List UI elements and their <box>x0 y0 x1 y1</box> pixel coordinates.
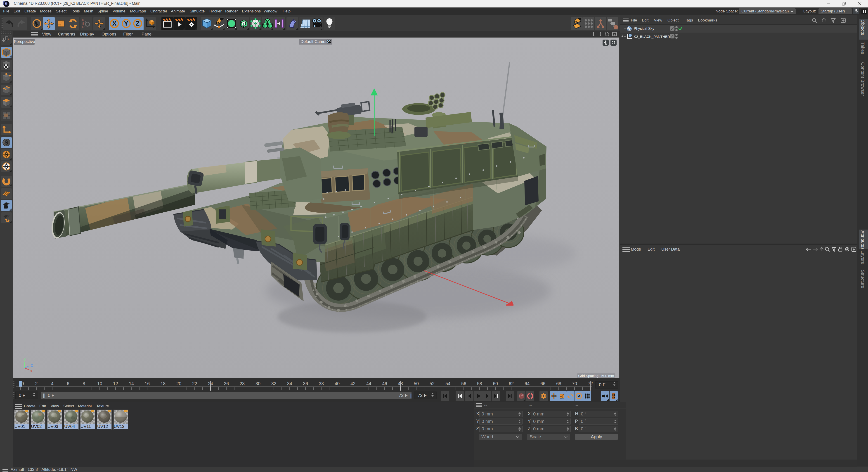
svg-text:0: 0 <box>21 381 24 386</box>
svg-text:40: 40 <box>335 381 340 386</box>
svg-text:X: X <box>30 369 32 373</box>
svg-text:12: 12 <box>113 381 118 386</box>
svg-text:26: 26 <box>224 381 229 386</box>
svg-text:R: R <box>82 25 85 29</box>
svg-text:6: 6 <box>67 381 69 386</box>
svg-text:50: 50 <box>414 381 419 386</box>
svg-text:18: 18 <box>160 381 165 386</box>
svg-text:22: 22 <box>192 381 197 386</box>
svg-text:54: 54 <box>445 381 451 386</box>
svg-text:0 F: 0 F <box>19 393 25 398</box>
svg-text:38: 38 <box>319 381 324 386</box>
svg-text:0 F: 0 F <box>599 382 606 387</box>
svg-text:34: 34 <box>287 381 292 386</box>
svg-text:58: 58 <box>477 381 482 386</box>
svg-text:36: 36 <box>303 381 308 386</box>
svg-text:46: 46 <box>382 381 387 386</box>
svg-text:Y: Y <box>124 20 128 27</box>
svg-text:14: 14 <box>129 381 134 386</box>
svg-text:44: 44 <box>366 381 371 386</box>
svg-text:S: S <box>4 139 8 146</box>
svg-text:28: 28 <box>240 381 245 386</box>
svg-text:62: 62 <box>509 381 514 386</box>
svg-text:Y: Y <box>24 358 26 361</box>
svg-text:42: 42 <box>350 381 355 386</box>
svg-text:52: 52 <box>430 381 435 386</box>
svg-text:16: 16 <box>145 381 150 386</box>
svg-text:32: 32 <box>271 381 276 386</box>
svg-text:20: 20 <box>176 381 181 386</box>
svg-text:66: 66 <box>540 381 545 386</box>
svg-text:70: 70 <box>572 381 577 386</box>
svg-text:8: 8 <box>83 381 85 386</box>
svg-text:Z: Z <box>31 363 33 367</box>
svg-text:56: 56 <box>461 381 466 386</box>
svg-text:10: 10 <box>97 381 102 386</box>
svg-text:72 F ||: 72 F || <box>399 393 413 398</box>
svg-text:2: 2 <box>35 381 37 386</box>
svg-text:60: 60 <box>493 381 498 386</box>
svg-text:P: P <box>578 394 580 399</box>
svg-text:Z: Z <box>136 20 140 27</box>
svg-text:30: 30 <box>255 381 260 386</box>
svg-text:S: S <box>4 151 8 158</box>
svg-text:68: 68 <box>556 381 561 386</box>
svg-text:S: S <box>4 163 8 170</box>
svg-text:X: X <box>112 20 117 27</box>
svg-text:64: 64 <box>525 381 530 386</box>
svg-text:4: 4 <box>51 381 53 386</box>
svg-text:|| 0 F: || 0 F <box>43 393 54 398</box>
svg-text:72 F: 72 F <box>417 393 427 398</box>
